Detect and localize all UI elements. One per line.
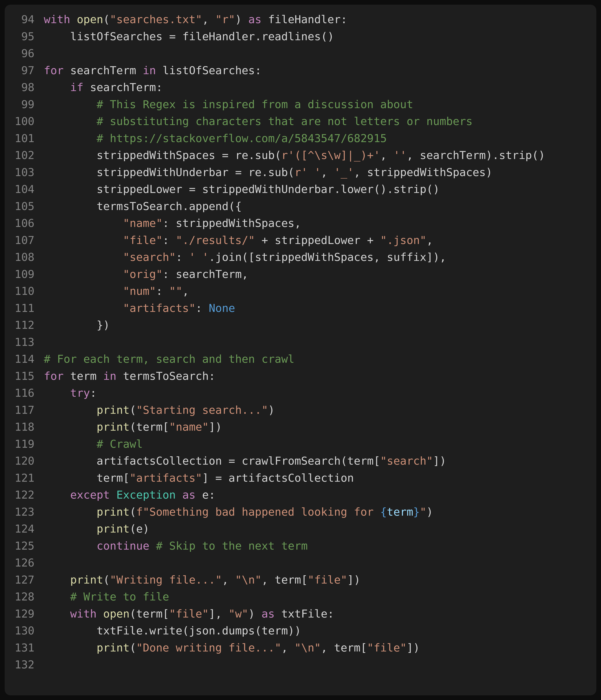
code-content[interactable]: print(f"Something bad happened looking f…: [44, 503, 587, 521]
code-content[interactable]: # https://stackoverflow.com/a/5843547/68…: [44, 130, 587, 147]
code-line[interactable]: 130 txtFile.write(json.dumps(term)): [5, 622, 596, 639]
code-content[interactable]: try:: [44, 384, 587, 402]
code-content[interactable]: print("Writing file...", "\n", term["fil…: [44, 571, 587, 589]
code-content[interactable]: # substituting characters that are not l…: [44, 113, 587, 130]
code-line[interactable]: 122 except Exception as e:: [5, 486, 596, 503]
code-line[interactable]: 110 "num": "",: [5, 283, 596, 300]
code-line[interactable]: 100 # substituting characters that are n…: [5, 113, 596, 130]
code-content[interactable]: for searchTerm in listOfSearches:: [44, 62, 587, 79]
code-line[interactable]: 102 strippedWithSpaces = re.sub(r'([^\s\…: [5, 147, 596, 164]
code-line[interactable]: 127 print("Writing file...", "\n", term[…: [5, 571, 596, 589]
code-line[interactable]: 125 continue # Skip to the next term: [5, 538, 596, 554]
code-line[interactable]: 106 "name": strippedWithSpaces,: [5, 215, 596, 232]
token-plain: ,: [182, 285, 189, 298]
code-content[interactable]: "artifacts": None: [44, 300, 587, 317]
code-line[interactable]: 95 listOfSearches = fileHandler.readline…: [5, 28, 596, 45]
code-line[interactable]: 128 # Write to file: [5, 588, 596, 605]
code-content[interactable]: for term in termsToSearch:: [44, 368, 587, 385]
code-line[interactable]: 120 artifactsCollection = crawlFromSearc…: [5, 452, 596, 470]
code-content[interactable]: artifactsCollection = crawlFromSearch(te…: [44, 452, 587, 470]
token-plain: :: [176, 251, 189, 264]
code-line[interactable]: 131 print("Done writing file...", "\n", …: [5, 639, 596, 656]
code-line[interactable]: 108 "search": ' '.join([strippedWithSpac…: [5, 249, 596, 266]
code-content[interactable]: if searchTerm:: [44, 79, 587, 96]
code-line[interactable]: 114# For each term, search and then craw…: [5, 351, 596, 368]
code-content[interactable]: "name": strippedWithSpaces,: [44, 215, 587, 232]
code-line[interactable]: 116 try:: [5, 384, 596, 402]
token-plain: , term[: [321, 641, 367, 654]
code-line[interactable]: 99 # This Regex is inspired from a discu…: [5, 96, 596, 113]
code-content[interactable]: [44, 334, 587, 351]
code-content[interactable]: txtFile.write(json.dumps(term)): [44, 622, 587, 639]
code-content[interactable]: "file": "./results/" + strippedLower + "…: [44, 232, 587, 249]
code-line[interactable]: 118 print(term["name"]): [5, 419, 596, 435]
token-plain: searchTerm: [64, 64, 143, 77]
code-content[interactable]: listOfSearches = fileHandler.readlines(): [44, 28, 587, 45]
code-line[interactable]: 115for term in termsToSearch:: [5, 368, 596, 385]
token-str: "search": [123, 251, 176, 264]
code-line[interactable]: 119 # Crawl: [5, 435, 596, 453]
code-line[interactable]: 124 print(e): [5, 520, 596, 538]
token-plain: ,: [281, 641, 294, 654]
code-line[interactable]: 103 strippedWithUnderbar = re.sub(r' ', …: [5, 164, 596, 181]
token-str: ' ': [189, 251, 209, 264]
line-number: 111: [5, 300, 44, 317]
code-content[interactable]: with open("searches.txt", "r") as fileHa…: [44, 11, 587, 28]
code-content[interactable]: print(term["name"]): [44, 419, 587, 435]
code-content[interactable]: # Write to file: [44, 588, 587, 605]
code-line[interactable]: 109 "orig": searchTerm,: [5, 266, 596, 283]
code-line[interactable]: 121 term["artifacts"] = artifactsCollect…: [5, 470, 596, 486]
token-fn: print: [97, 421, 130, 433]
code-content[interactable]: [44, 554, 587, 571]
token-plain: crawlFromSearch(term[: [235, 454, 380, 467]
line-number: 114: [5, 351, 44, 368]
code-content[interactable]: [44, 656, 587, 673]
code-line[interactable]: 126: [5, 554, 596, 571]
code-line[interactable]: 96: [5, 45, 596, 62]
code-line[interactable]: 107 "file": "./results/" + strippedLower…: [5, 232, 596, 249]
code-content[interactable]: # For each term, search and then crawl: [44, 351, 587, 368]
code-content[interactable]: print("Starting search..."): [44, 402, 587, 419]
code-line[interactable]: 129 with open(term["file"], "w") as txtF…: [5, 605, 596, 622]
code-content[interactable]: "search": ' '.join([strippedWithSpaces, …: [44, 249, 587, 266]
code-content[interactable]: strippedWithSpaces = re.sub(r'([^\s\w]|_…: [44, 147, 587, 164]
code-line[interactable]: 113: [5, 334, 596, 351]
code-line[interactable]: 112 }): [5, 317, 596, 334]
code-content[interactable]: with open(term["file"], "w") as txtFile:: [44, 605, 587, 622]
code-line[interactable]: 123 print(f"Something bad happened looki…: [5, 503, 596, 521]
token-kw: if: [70, 81, 83, 94]
code-content[interactable]: "orig": searchTerm,: [44, 266, 587, 283]
token-cm: # Crawl: [97, 438, 143, 450]
code-content[interactable]: # Crawl: [44, 435, 587, 453]
code-content[interactable]: [44, 45, 587, 62]
code-content[interactable]: "num": "",: [44, 283, 587, 300]
token-plain: strippedWithUnderbar.lower().strip(): [196, 183, 440, 196]
token-kw: in: [103, 370, 116, 382]
code-line[interactable]: 97for searchTerm in listOfSearches:: [5, 62, 596, 79]
code-line[interactable]: 101 # https://stackoverflow.com/a/584354…: [5, 130, 596, 147]
code-line[interactable]: 117 print("Starting search..."): [5, 402, 596, 419]
line-number: 112: [5, 317, 44, 334]
token-plain: (: [130, 404, 136, 417]
code-editor[interactable]: 94with open("searches.txt", "r") as file…: [5, 5, 596, 695]
code-line[interactable]: 111 "artifacts": None: [5, 300, 596, 317]
code-content[interactable]: strippedWithUnderbar = re.sub(r' ', '_',…: [44, 164, 587, 181]
code-content[interactable]: except Exception as e:: [44, 486, 587, 503]
token-cm: # For each term, search and then crawl: [44, 353, 294, 366]
code-line[interactable]: 105 termsToSearch.append({: [5, 198, 596, 215]
code-line[interactable]: 104 strippedLower = strippedWithUnderbar…: [5, 181, 596, 198]
code-content[interactable]: continue # Skip to the next term: [44, 538, 587, 554]
code-line[interactable]: 94with open("searches.txt", "r") as file…: [5, 11, 596, 28]
code-line[interactable]: 132: [5, 656, 596, 673]
token-kw: in: [143, 64, 156, 77]
token-plain: ]): [407, 641, 420, 654]
code-content[interactable]: strippedLower = strippedWithUnderbar.low…: [44, 181, 587, 198]
code-content[interactable]: term["artifacts"] = artifactsCollection: [44, 470, 587, 486]
code-line[interactable]: 98 if searchTerm:: [5, 79, 596, 96]
token-plain: artifactsCollection: [222, 472, 354, 484]
code-content[interactable]: # This Regex is inspired from a discussi…: [44, 96, 587, 113]
code-content[interactable]: termsToSearch.append({: [44, 198, 587, 215]
code-content[interactable]: }): [44, 317, 587, 334]
code-content[interactable]: print(e): [44, 520, 587, 538]
code-content[interactable]: print("Done writing file...", "\n", term…: [44, 639, 587, 656]
